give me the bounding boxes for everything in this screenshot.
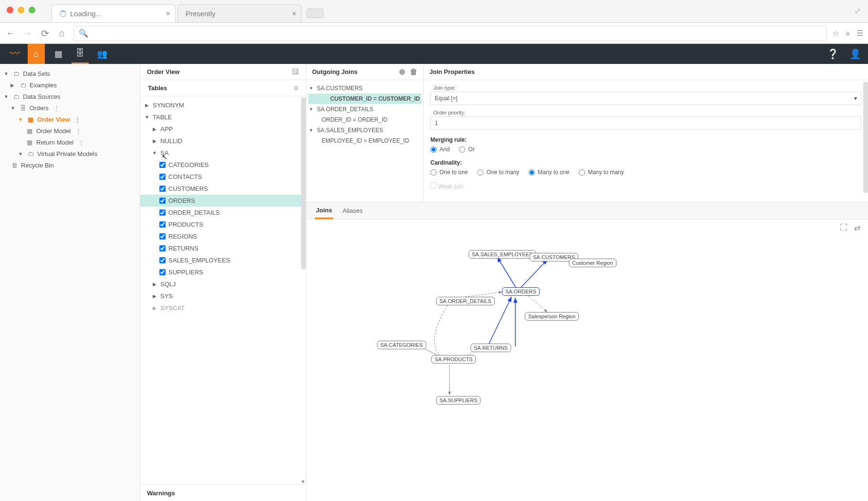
cardinality-many-to-one-radio[interactable] bbox=[529, 169, 535, 176]
table-checkbox[interactable] bbox=[159, 269, 166, 275]
join-condition[interactable]: EMPLOYEE_ID = EMPLOYEE_ID bbox=[308, 136, 421, 146]
minimize-window-button[interactable] bbox=[18, 7, 24, 13]
back-button[interactable]: ← bbox=[5, 28, 16, 39]
joins-diagram[interactable]: SA.SALES_EMPLOYEES SA.CUSTOMERS Customer… bbox=[306, 236, 868, 501]
table-row[interactable]: SUPPLIERS bbox=[140, 266, 306, 278]
diagram-node[interactable]: SA.RETURNS bbox=[471, 344, 511, 352]
tree-vpm[interactable]: ▼🗀Virtual Private Models bbox=[2, 148, 138, 159]
kebab-icon[interactable]: ⋮ bbox=[75, 127, 82, 135]
diagram-node-selected[interactable]: SA.ORDERS bbox=[502, 287, 540, 296]
browser-tab-loading[interactable]: Loading... × bbox=[52, 4, 176, 22]
join-group[interactable]: ▼SA.ORDER_DETAILS bbox=[308, 104, 421, 115]
account-icon[interactable]: 👤 bbox=[849, 48, 861, 60]
save-icon[interactable]: 🖫 bbox=[292, 68, 299, 76]
merging-or-radio[interactable] bbox=[459, 146, 465, 153]
join-condition-selected[interactable]: ▼CUSTOMER_ID = CUSTOMER_ID bbox=[308, 94, 421, 104]
forward-button[interactable]: → bbox=[22, 28, 33, 39]
schema-table[interactable]: ▼TABLE bbox=[140, 111, 306, 123]
browser-tab-presently[interactable]: Presently × bbox=[178, 4, 302, 22]
table-checkbox[interactable] bbox=[159, 186, 166, 192]
scrollbar-thumb[interactable] bbox=[301, 97, 306, 269]
reload-button[interactable]: ⟳ bbox=[39, 28, 51, 39]
close-tab-icon[interactable]: × bbox=[166, 10, 170, 18]
table-checkbox[interactable] bbox=[159, 233, 166, 240]
diagram-node[interactable]: SA.SUPPLIERS bbox=[436, 396, 481, 405]
fullscreen-icon[interactable]: ⤢ bbox=[854, 6, 861, 16]
diagram-node[interactable]: SA.PRODUCTS bbox=[431, 355, 476, 364]
table-row[interactable]: CATEGORIES bbox=[140, 159, 306, 171]
bookmark-icon[interactable]: ☆ bbox=[832, 29, 839, 38]
help-icon[interactable]: ❔ bbox=[827, 48, 839, 60]
warnings-section-header[interactable]: Warnings bbox=[140, 485, 306, 501]
close-window-button[interactable] bbox=[7, 7, 13, 13]
nav-home[interactable]: ⌂ bbox=[28, 44, 45, 64]
new-tab-button[interactable] bbox=[306, 9, 324, 18]
tab-joins[interactable]: Joins bbox=[315, 203, 333, 219]
diagram-node[interactable]: SA.SALES_EMPLOYEES bbox=[469, 250, 536, 259]
tree-datasources[interactable]: ▼🗀Data Sources bbox=[2, 91, 138, 102]
table-row[interactable]: RETURNS bbox=[140, 242, 306, 254]
props-scrollbar[interactable] bbox=[863, 82, 868, 193]
home-button[interactable]: ⌂ bbox=[56, 28, 68, 39]
join-type-select[interactable]: Equal [=]▾ bbox=[430, 92, 861, 105]
table-row[interactable]: SALES_EMPLOYEES bbox=[140, 254, 306, 266]
table-row[interactable]: ORDER_DETAILS bbox=[140, 207, 306, 219]
kebab-icon[interactable]: ⋮ bbox=[78, 139, 84, 146]
schema-app[interactable]: ▶APP bbox=[140, 123, 306, 135]
table-row[interactable]: CUSTOMERS bbox=[140, 183, 306, 195]
kebab-icon[interactable]: ⋮ bbox=[53, 104, 60, 112]
nav-data[interactable]: 🗄 bbox=[72, 44, 89, 64]
diagram-node[interactable]: SA.ORDER_DETAILS bbox=[436, 297, 495, 305]
close-tab-icon[interactable]: × bbox=[292, 10, 296, 18]
nav-dashboard[interactable]: ▦ bbox=[50, 44, 67, 64]
maximize-window-button[interactable] bbox=[29, 7, 35, 13]
table-checkbox[interactable] bbox=[159, 162, 166, 168]
cardinality-many-to-many-radio[interactable] bbox=[579, 169, 585, 176]
order-priority-input[interactable]: 1 bbox=[430, 116, 861, 130]
table-checkbox[interactable] bbox=[159, 221, 166, 228]
table-checkbox[interactable] bbox=[159, 198, 166, 204]
table-checkbox[interactable] bbox=[159, 209, 166, 216]
join-condition[interactable]: ORDER_ID = ORDER_ID bbox=[308, 115, 421, 125]
cardinality-one-to-many-radio[interactable] bbox=[477, 169, 483, 176]
diagram-node[interactable]: SA.CATEGORIES bbox=[377, 341, 426, 349]
app-logo[interactable]: 〰 bbox=[7, 46, 23, 62]
table-checkbox[interactable] bbox=[159, 174, 166, 180]
overflow-icon[interactable]: » bbox=[846, 29, 850, 38]
schema-sqlj[interactable]: ▶SQLJ bbox=[140, 278, 306, 290]
nav-users[interactable]: 👥 bbox=[94, 44, 111, 64]
fit-to-screen-icon[interactable]: ⛶ bbox=[840, 223, 847, 232]
hamburger-icon[interactable]: ≡ bbox=[294, 84, 298, 93]
tree-recycle[interactable]: 🗑Recycle Bin bbox=[2, 159, 138, 171]
schema-sys[interactable]: ▶SYS bbox=[140, 290, 306, 302]
diagram-node[interactable]: Customer Region bbox=[569, 259, 617, 267]
tree-order-view[interactable]: ▼▦Order View⋮ bbox=[2, 114, 138, 125]
cardinality-one-to-one-radio[interactable] bbox=[430, 169, 437, 176]
table-row[interactable]: PRODUCTS bbox=[140, 219, 306, 230]
schema-nullid[interactable]: ▶NULLID bbox=[140, 135, 306, 147]
schema-sa[interactable]: ▼SA bbox=[140, 147, 306, 159]
table-row-selected[interactable]: ORDERS bbox=[140, 195, 306, 207]
table-checkbox[interactable] bbox=[159, 257, 166, 263]
tree-return-model[interactable]: ▦Return Model⋮ bbox=[2, 136, 138, 148]
diagram-node[interactable]: Salesperson Region bbox=[525, 312, 579, 321]
tree-orders[interactable]: ▼🗄Orders⋮ bbox=[2, 102, 138, 114]
table-row[interactable]: CONTACTS bbox=[140, 171, 306, 183]
table-checkbox[interactable] bbox=[159, 245, 166, 251]
tree-examples[interactable]: ▶🗀Examples bbox=[2, 79, 138, 91]
tree-datasets[interactable]: ▼🗀Data Sets bbox=[2, 68, 138, 79]
tree-order-model[interactable]: ▦Order Model⋮ bbox=[2, 125, 138, 136]
kebab-icon[interactable]: ⋮ bbox=[74, 116, 81, 123]
tab-aliases[interactable]: Aliases bbox=[342, 203, 364, 218]
merging-and-radio[interactable] bbox=[430, 146, 437, 153]
delete-join-icon[interactable]: 🗑 bbox=[410, 68, 418, 76]
schema-synonym[interactable]: ▶SYNONYM bbox=[140, 99, 306, 111]
scroll-down-arrow[interactable]: ▼ bbox=[300, 479, 306, 484]
hamburger-menu-icon[interactable]: ☰ bbox=[857, 29, 863, 38]
join-group[interactable]: ▼SA.CUSTOMERS bbox=[308, 83, 421, 94]
join-group[interactable]: ▼SA.SALES_EMPLOYEES bbox=[308, 125, 421, 136]
schema-syscat[interactable]: ▶SYSCAT bbox=[140, 302, 306, 314]
layout-icon[interactable]: ⇄ bbox=[854, 223, 860, 232]
add-join-icon[interactable]: ⊕ bbox=[399, 67, 405, 76]
table-row[interactable]: REGIONS bbox=[140, 230, 306, 242]
